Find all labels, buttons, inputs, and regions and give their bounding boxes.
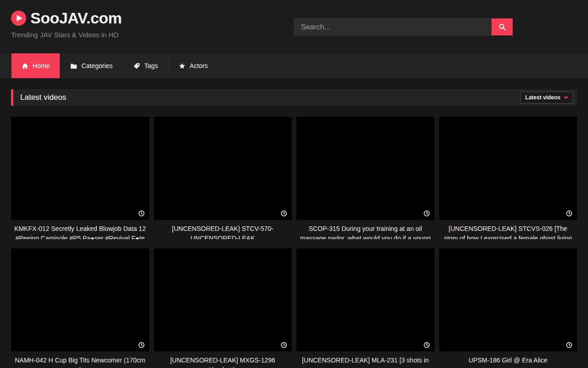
video-card[interactable]: UPSM-186 Girl @ Era Alice — [439, 248, 577, 368]
play-circle-icon — [11, 11, 26, 26]
site-logo-text[interactable]: SooJAV.com — [30, 9, 122, 27]
video-thumbnail[interactable] — [154, 248, 292, 351]
clock-icon — [566, 342, 572, 348]
nav-item-home[interactable]: Home — [11, 53, 60, 78]
video-title[interactable]: [UNCENSORED-LEAK] STCVS-026 [The story o… — [439, 220, 577, 239]
video-title[interactable]: [UNCENSORED-LEAK] STCV-570-UNCENSORED-LE… — [154, 220, 292, 239]
video-thumbnail[interactable] — [296, 117, 435, 220]
clock-icon — [424, 342, 430, 348]
logo-block[interactable]: SooJAV.com Trending JAV Stars & Videos i… — [11, 9, 122, 39]
clock-icon — [281, 210, 287, 217]
video-title[interactable]: UPSM-186 Girl @ Era Alice — [439, 351, 577, 365]
video-card[interactable]: NAMH-042 H Cup Big Tits Newcomer (170cm … — [11, 248, 149, 368]
search-icon — [498, 23, 506, 31]
nav-item-tags[interactable]: Tags — [123, 53, 169, 78]
site-tagline: Trending JAV Stars & Videos in HD — [11, 31, 122, 39]
video-title[interactable]: [UNCENSORED-LEAK] MXGS-1296 Absolutely — [154, 351, 292, 368]
search-input[interactable] — [294, 18, 492, 35]
nav-item-label: Tags — [144, 62, 158, 69]
search-box — [294, 18, 513, 35]
nav-item-actors[interactable]: Actors — [169, 53, 219, 78]
star-icon — [179, 63, 186, 69]
video-card[interactable]: [UNCENSORED-LEAK] MLA-231 [3 shots in — [296, 248, 435, 368]
clock-icon — [138, 342, 145, 348]
nav-item-categories[interactable]: Categories — [60, 53, 123, 78]
clock-icon — [281, 342, 287, 348]
video-thumbnail[interactable] — [11, 248, 149, 351]
video-title[interactable]: KMKFX-012 Secretly Leaked Blowjob Data 1… — [11, 220, 149, 239]
nav-item-label: Categories — [81, 62, 113, 69]
video-thumbnail[interactable] — [296, 248, 435, 351]
home-icon — [22, 63, 28, 69]
search-button[interactable] — [492, 18, 513, 35]
video-title[interactable]: [UNCENSORED-LEAK] MLA-231 [3 shots in — [296, 351, 435, 365]
sort-dropdown-label: Latest videos — [525, 94, 560, 101]
video-card[interactable]: [UNCENSORED-LEAK] MXGS-1296 Absolutely — [154, 248, 292, 368]
video-thumbnail[interactable] — [439, 117, 577, 220]
video-title[interactable]: NAMH-042 H Cup Big Tits Newcomer (170cm … — [11, 351, 149, 368]
video-thumbnail[interactable] — [439, 248, 577, 351]
video-thumbnail[interactable] — [11, 117, 149, 220]
video-card[interactable]: KMKFX-012 Secretly Leaked Blowjob Data 1… — [11, 117, 149, 239]
section-title: Latest videos — [20, 93, 66, 102]
nav-item-label: Home — [33, 62, 50, 69]
video-thumbnail[interactable] — [154, 117, 292, 220]
section-header: Latest videos Latest videos — [11, 89, 577, 106]
site-header: SooJAV.com Trending JAV Stars & Videos i… — [0, 0, 588, 53]
clock-icon — [138, 210, 145, 217]
video-grid: KMKFX-012 Secretly Leaked Blowjob Data 1… — [0, 117, 588, 368]
clock-icon — [566, 210, 572, 217]
video-card[interactable]: SCOP-315 During your training at an oil … — [296, 117, 435, 239]
sort-dropdown[interactable]: Latest videos — [520, 92, 573, 104]
tag-icon — [133, 63, 140, 69]
chevron-down-icon — [564, 97, 568, 99]
folder-icon — [70, 63, 77, 69]
video-card[interactable]: [UNCENSORED-LEAK] STCV-570-UNCENSORED-LE… — [154, 117, 292, 239]
video-title[interactable]: SCOP-315 During your training at an oil … — [296, 220, 435, 239]
main-nav: Home Categories Tags Actors — [0, 53, 588, 78]
clock-icon — [424, 210, 430, 217]
video-card[interactable]: [UNCENSORED-LEAK] STCVS-026 [The story o… — [439, 117, 577, 239]
nav-item-label: Actors — [190, 62, 208, 69]
